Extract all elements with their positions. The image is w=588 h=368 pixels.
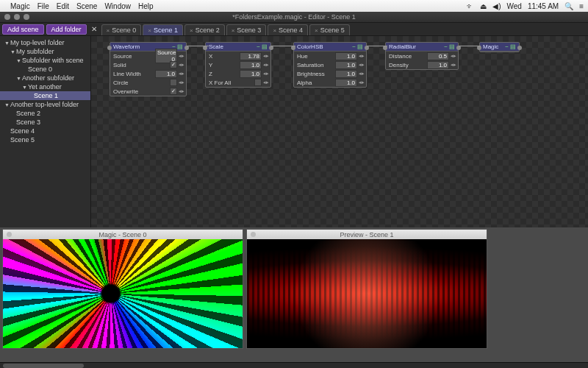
preview-close-icon[interactable] [251, 232, 256, 237]
tree-item[interactable]: Scene 0 [0, 65, 90, 74]
preview-close-icon[interactable] [7, 232, 12, 237]
tab-close-icon[interactable]: × [315, 27, 318, 34]
node-minus-icon[interactable]: − [444, 43, 448, 50]
node-checkbox[interactable]: ✓ [170, 61, 177, 68]
tree-item[interactable]: Scene 2 [0, 109, 90, 118]
close-window-icon[interactable] [4, 14, 10, 20]
preview-window[interactable]: Preview - Scene 1 [246, 229, 487, 349]
node-opts-icon[interactable]: ▤ [177, 43, 183, 50]
disclosure-arrow-icon[interactable]: ▼ [4, 40, 10, 46]
node-checkbox[interactable]: ✓ [170, 88, 177, 95]
stepper-icon[interactable]: ◂▸ [359, 79, 365, 85]
menu-help[interactable]: Help [138, 2, 154, 10]
tab-close-icon[interactable]: × [232, 27, 235, 34]
notification-icon[interactable]: ≡ [579, 2, 584, 10]
tab-scene-4[interactable]: ×Scene 4 [268, 24, 308, 35]
tab-scene-5[interactable]: ×Scene 5 [309, 24, 350, 35]
wifi-icon[interactable]: ᯤ [467, 2, 474, 10]
stepper-icon[interactable]: ◂▸ [359, 53, 365, 59]
close-panel-icon[interactable]: ✕ [91, 25, 97, 33]
tab-scene-2[interactable]: ×Scene 2 [184, 24, 225, 35]
stepper-icon[interactable]: ◂▸ [359, 71, 365, 77]
spotlight-icon[interactable]: 🔍 [564, 2, 573, 10]
tab-close-icon[interactable]: × [107, 27, 110, 34]
horizontal-scrollbar[interactable] [0, 362, 588, 368]
node-minus-icon[interactable]: − [352, 43, 356, 50]
tree-item[interactable]: ▼Another top-level folder [0, 100, 90, 109]
preview-titlebar[interactable]: Preview - Scene 1 [247, 230, 487, 239]
output-icon[interactable]: ⏏ [480, 2, 487, 10]
clock-day[interactable]: Wed [507, 2, 522, 10]
minimize-window-icon[interactable] [14, 14, 20, 20]
node-waveform[interactable]: Waveform−▤SourceSource 0◂▸Solid✓◂▸Line W… [110, 42, 187, 96]
node-magic[interactable]: Magic−▤ [479, 42, 520, 52]
node-opts-icon[interactable]: ▤ [262, 43, 268, 50]
node-opts-icon[interactable]: ▤ [510, 43, 516, 50]
stepper-icon[interactable]: ◂▸ [359, 62, 365, 68]
tree-item[interactable]: ▼My subfolder [0, 47, 90, 56]
node-colorhsb[interactable]: ColorHSB−▤Hue1.0◂▸Saturation1.0◂▸Brightn… [293, 42, 367, 88]
stepper-icon[interactable]: ◂▸ [179, 71, 184, 77]
stepper-icon[interactable]: ◂▸ [179, 88, 184, 94]
stepper-icon[interactable]: ◂▸ [451, 62, 456, 68]
node-minus-icon[interactable]: − [505, 43, 509, 50]
node-value[interactable]: 1.78 [240, 52, 262, 60]
tree-item[interactable]: Scene 1 [0, 91, 90, 100]
tab-scene-3[interactable]: ×Scene 3 [226, 24, 267, 35]
disclosure-arrow-icon[interactable]: ▼ [16, 76, 22, 81]
node-minus-icon[interactable]: − [257, 43, 260, 50]
stepper-icon[interactable]: ◂▸ [263, 53, 269, 59]
tree-item[interactable]: ▼Another subfolder [0, 74, 90, 82]
tab-close-icon[interactable]: × [148, 27, 151, 34]
node-scale[interactable]: Scale−▤X1.78◂▸Y1.0◂▸Z1.0◂▸X For All◂▸ [205, 42, 271, 88]
node-value[interactable]: 0.5 [427, 52, 449, 60]
stepper-icon[interactable]: ◂▸ [263, 62, 269, 68]
node-title[interactable]: Magic−▤ [480, 43, 519, 52]
node-value[interactable]: 1.0 [335, 52, 357, 60]
disclosure-arrow-icon[interactable]: ▼ [10, 49, 16, 54]
disclosure-arrow-icon[interactable]: ▼ [16, 58, 22, 63]
zoom-window-icon[interactable] [24, 14, 29, 20]
disclosure-arrow-icon[interactable]: ▼ [4, 102, 10, 107]
node-title[interactable]: RadialBlur−▤ [386, 43, 458, 52]
tab-close-icon[interactable]: × [190, 27, 193, 34]
tree-item[interactable]: ▼My top-level folder [0, 38, 90, 47]
scene-tree[interactable]: ▼My top-level folder▼My subfolder▼Subfol… [0, 36, 91, 227]
menu-app[interactable]: Magic [10, 2, 30, 10]
menu-file[interactable]: File [37, 2, 49, 10]
stepper-icon[interactable]: ◂▸ [179, 79, 184, 85]
stepper-icon[interactable]: ◂▸ [263, 79, 269, 85]
tree-item[interactable]: Scene 5 [0, 135, 90, 144]
node-opts-icon[interactable]: ▤ [449, 43, 455, 50]
node-value[interactable]: 1.0 [335, 61, 357, 69]
node-value[interactable]: 1.0 [427, 61, 449, 69]
stepper-icon[interactable]: ◂▸ [263, 71, 269, 77]
tab-close-icon[interactable]: × [273, 27, 276, 34]
stepper-icon[interactable]: ◂▸ [179, 62, 184, 68]
node-checkbox[interactable] [170, 79, 177, 86]
node-opts-icon[interactable]: ▤ [357, 43, 363, 50]
menu-window[interactable]: Window [104, 2, 131, 10]
output-port[interactable] [517, 46, 522, 50]
node-value[interactable]: 1.0 [335, 79, 357, 87]
tree-item[interactable]: ▼Yet another [0, 82, 90, 91]
menu-edit[interactable]: Edit [57, 2, 69, 10]
node-checkbox[interactable] [254, 79, 262, 86]
tree-item[interactable]: Scene 4 [0, 127, 90, 135]
add-folder-button[interactable]: Add folder [46, 24, 87, 35]
tree-item[interactable]: Scene 3 [0, 118, 90, 127]
input-port[interactable] [107, 46, 112, 50]
tree-item[interactable]: ▼Subfolder with scene [0, 56, 90, 65]
node-radialblur[interactable]: RadialBlur−▤Distance0.5◂▸Density1.0◂▸ [385, 42, 459, 70]
tab-scene-0[interactable]: ×Scene 0 [101, 24, 142, 35]
node-value[interactable]: 1.0 [335, 70, 357, 78]
node-value[interactable]: 1.0 [240, 70, 262, 78]
scrollbar-thumb[interactable] [3, 364, 84, 368]
menu-scene[interactable]: Scene [76, 2, 97, 10]
add-scene-button[interactable]: Add scene [2, 24, 44, 35]
preview-window[interactable]: Magic - Scene 0 [2, 229, 243, 349]
preview-titlebar[interactable]: Magic - Scene 0 [3, 230, 243, 239]
node-canvas[interactable]: Waveform−▤SourceSource 0◂▸Solid✓◂▸Line W… [91, 36, 588, 227]
stepper-icon[interactable]: ◂▸ [179, 53, 184, 59]
stepper-icon[interactable]: ◂▸ [451, 53, 456, 59]
